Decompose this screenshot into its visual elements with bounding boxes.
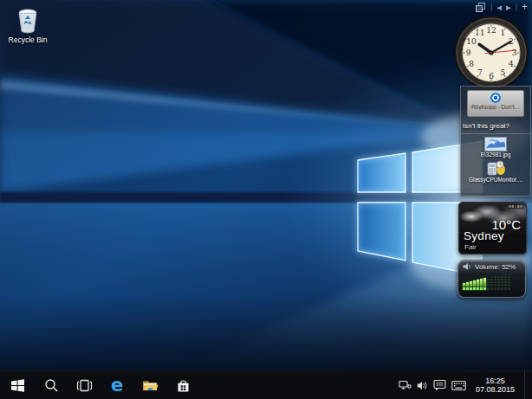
speaker-tray-icon	[417, 380, 428, 391]
tray-clock[interactable]: 16:25 07.08.2015	[471, 376, 519, 394]
note-text: Isn't this great?	[463, 122, 530, 130]
volume-bar	[497, 275, 500, 286]
file-explorer-button[interactable]	[133, 371, 166, 399]
file-label: GlassyCPUMonitor....	[469, 177, 522, 183]
volume-base-segment	[463, 287, 465, 290]
tray-date: 07.08.2015	[476, 385, 515, 394]
now-playing-label: Röyksopp - Don't…	[471, 104, 520, 110]
volume-base-segment	[480, 287, 483, 290]
taskbar: e	[0, 370, 532, 399]
toolbar-separator: |	[490, 2, 492, 12]
gadget-gallery-icon[interactable]	[476, 3, 486, 12]
svg-text:5: 5	[500, 68, 505, 77]
volume-bar	[487, 278, 490, 286]
speaker-icon	[463, 262, 472, 271]
weather-condition: Fair	[464, 243, 477, 251]
store-button[interactable]	[166, 371, 199, 399]
svg-text:8: 8	[469, 60, 474, 68]
network-icon	[399, 379, 412, 391]
volume-bar	[463, 283, 465, 286]
desktop[interactable]: Recycle Bin | ◂ ▸ | + 123456789101112 Rö…	[0, 0, 532, 370]
gadget-panel: Röyksopp - Don't… Isn't this great? E\32…	[460, 86, 531, 196]
start-button[interactable]	[0, 371, 35, 399]
volume-base-segment	[504, 287, 507, 290]
search-button[interactable]	[35, 371, 68, 399]
svg-text:9: 9	[466, 48, 471, 57]
volume-base-segment	[497, 287, 500, 290]
volume-bar	[508, 273, 510, 286]
recycle-bin-glyph	[15, 7, 41, 35]
search-icon	[44, 378, 59, 393]
volume-base-segment	[477, 287, 479, 290]
recycle-bin-icon[interactable]: Recycle Bin	[3, 7, 52, 44]
edge-icon: e	[111, 376, 123, 395]
music-player-tile[interactable]: Röyksopp - Don't…	[467, 90, 524, 117]
action-center-icon	[433, 379, 446, 391]
show-desktop-button[interactable]	[524, 371, 529, 399]
file-label: E\32981.jpg	[481, 151, 511, 158]
volume-tray-button[interactable]	[417, 380, 428, 391]
volume-bar	[480, 279, 483, 286]
next-page-button[interactable]: ▸	[506, 2, 511, 12]
volume-bar	[501, 274, 503, 286]
add-gadget-button[interactable]: +	[522, 2, 528, 12]
action-center-button[interactable]	[433, 379, 446, 391]
network-tray-button[interactable]	[399, 379, 412, 391]
task-view-icon	[76, 379, 93, 392]
volume-bar	[504, 274, 507, 286]
volume-base-segment	[483, 287, 486, 290]
task-view-button[interactable]	[68, 371, 101, 399]
touch-keyboard-button[interactable]	[451, 380, 466, 391]
system-tray: 16:25 07.08.2015	[399, 371, 532, 399]
edge-button[interactable]: e	[101, 371, 133, 399]
volume-base-segment	[501, 287, 503, 290]
svg-text:4: 4	[509, 60, 514, 68]
panel-divider	[461, 133, 530, 134]
volume-label: Volume: 52%	[475, 263, 516, 271]
recycle-bin-label: Recycle Bin	[9, 35, 48, 44]
desktop-file-jpg[interactable]: E\32981.jpg	[461, 137, 530, 158]
volume-base-segment	[508, 287, 510, 290]
volume-base-segment	[494, 287, 496, 290]
volume-base-segment	[490, 287, 493, 290]
svg-text:7: 7	[477, 68, 483, 77]
svg-text:6: 6	[489, 72, 494, 80]
volume-bar	[466, 282, 469, 286]
touch-keyboard-icon	[451, 380, 466, 391]
file-explorer-icon	[142, 379, 159, 392]
volume-equalizer	[463, 273, 521, 286]
analog-clock-gadget[interactable]: 123456789101112	[451, 13, 531, 93]
volume-bar	[473, 280, 476, 286]
store-icon	[176, 378, 191, 393]
music-app-icon	[490, 93, 501, 103]
toolbar-separator: |	[516, 2, 517, 12]
desktop-file-gadget[interactable]: GlassyCPUMonitor....	[461, 160, 530, 183]
tray-time: 16:25	[485, 376, 505, 385]
prev-page-button[interactable]: ◂	[497, 2, 503, 12]
weather-mini-clock: 00:00	[509, 204, 523, 209]
volume-base-segment	[487, 287, 490, 290]
volume-base-segment	[470, 287, 472, 290]
gadget-toolbar: | ◂ ▸ | +	[476, 2, 528, 12]
volume-base-segment	[466, 287, 469, 290]
weather-city: Sydney	[464, 229, 504, 242]
volume-bar	[477, 280, 479, 286]
volume-gadget[interactable]: Volume: 52%	[457, 260, 526, 298]
windows-logo-icon	[10, 378, 25, 393]
gadget-file-icon	[485, 160, 506, 177]
volume-base-row	[463, 287, 521, 290]
volume-bar	[470, 281, 472, 286]
weather-gadget[interactable]: 00:00 10°C Sydney Fair	[458, 202, 527, 254]
image-file-icon	[484, 137, 507, 151]
volume-bar	[483, 278, 486, 286]
volume-bar	[490, 277, 493, 286]
volume-base-segment	[473, 287, 476, 290]
volume-bar	[494, 276, 496, 286]
